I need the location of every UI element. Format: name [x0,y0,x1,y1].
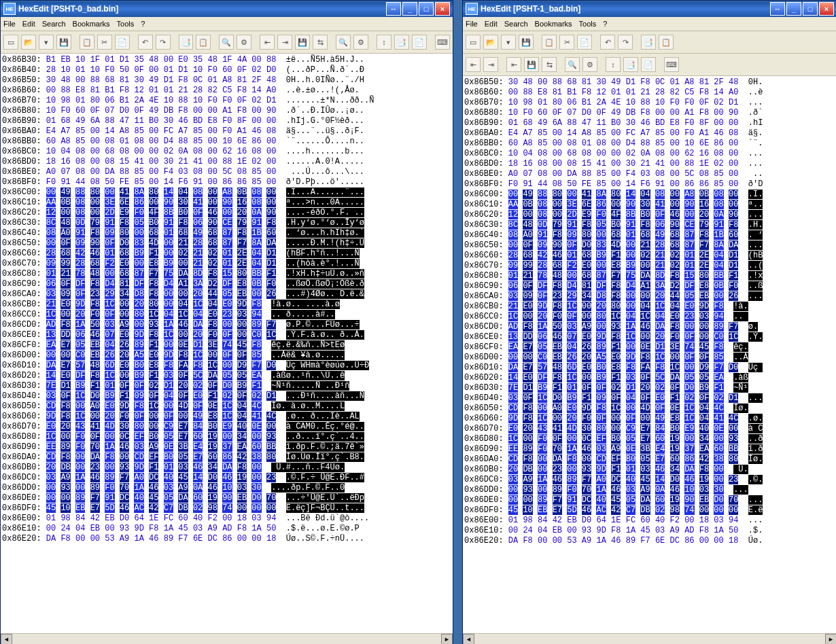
hex-byte[interactable]: 34 [670,465,680,474]
hex-byte[interactable]: EB [699,291,709,301]
hex-byte[interactable]: 20 [640,383,650,393]
hex-byte[interactable]: 01 [626,230,635,240]
hex-byte[interactable]: 38 [251,452,261,462]
hex-byte[interactable]: 00 [729,200,738,209]
hex-byte[interactable]: 00 [684,434,694,444]
hex-byte[interactable]: 89 [90,483,100,493]
hex-byte[interactable]: DB [178,503,188,513]
hex-byte[interactable]: 88 [640,98,650,107]
hex-byte[interactable]: 46 [178,320,188,329]
hex-byte[interactable]: C9 [164,422,173,431]
hex-byte[interactable]: 02 [149,381,158,391]
hex-byte[interactable]: 00 [640,291,650,301]
hex-byte[interactable]: 00 [222,320,232,329]
ascii[interactable]: ..(hòà.è°.!...Ñ [286,259,360,268]
hex-byte[interactable]: F8 [105,452,114,462]
hex-byte[interactable]: 04 [178,187,188,197]
hex-byte[interactable]: DA [90,452,100,462]
hex-byte[interactable]: 90 [266,208,276,217]
hex-byte[interactable]: 45 [178,524,188,533]
hex-byte[interactable]: 00 [699,322,709,332]
hex-view[interactable]: 0x86B30: B1 EB 10 1F 01 D1 35 48 00 E0 3… [1,54,453,633]
hex-byte[interactable]: 0B [237,187,247,197]
hex-byte[interactable]: C0 [75,351,85,360]
hex-byte[interactable]: D9 [699,363,709,372]
hex-byte[interactable]: B9 [567,393,576,403]
hex-byte[interactable]: 00 [178,289,188,299]
hex-byte[interactable]: 04 [567,342,576,352]
hex-byte[interactable]: D8 [596,291,606,301]
hex-byte[interactable]: E7 [640,424,650,433]
hex-byte[interactable]: A0 [596,475,606,484]
hex-byte[interactable]: 02 [670,261,680,270]
hex-byte[interactable]: 1C [105,371,114,380]
hex-byte[interactable]: F8 [266,218,276,228]
hex-byte[interactable]: DA [640,271,650,281]
hex-byte[interactable]: 85 [538,128,547,138]
hex-byte[interactable]: 0F [60,238,70,248]
hex-byte[interactable]: 20 [699,210,709,219]
hex-byte[interactable]: A8 [120,126,129,136]
hex-byte[interactable]: 0F [222,351,232,360]
hex-byte[interactable]: 46 [553,251,562,260]
hex-byte[interactable]: 01 [46,269,56,279]
hex-byte[interactable]: B0 [611,434,621,444]
hex-byte[interactable]: 89 [251,320,261,329]
hex-byte[interactable]: 30 [120,422,129,431]
hex-byte[interactable]: 86 [222,452,232,462]
hex-byte[interactable]: 1C [164,330,173,340]
hex-byte[interactable]: DB [626,108,635,118]
hex-byte[interactable]: E4 [193,442,203,452]
hex-byte[interactable]: 1C [729,332,738,342]
hex-byte[interactable]: AD [46,320,56,329]
hex-byte[interactable]: 20 [178,381,188,391]
hex-byte[interactable]: 0F [596,414,606,423]
hex-byte[interactable]: DF [222,279,232,289]
hex-byte[interactable]: 20 [655,291,665,301]
hex-byte[interactable]: 86 [134,198,143,207]
hex-byte[interactable]: 86 [222,177,232,187]
hex-byte[interactable]: 00 [149,65,158,75]
hex-byte[interactable]: 00 [714,108,723,118]
hex-byte[interactable]: 0B [714,281,723,291]
hex-byte[interactable]: 10 [75,55,85,65]
hex-byte[interactable]: 05 [178,452,188,462]
clipboard-icon[interactable]: 📑 [179,35,194,50]
hex-byte[interactable]: 00 [208,106,217,115]
hex-byte[interactable]: 1C [640,312,650,321]
hex-byte[interactable]: 00 [164,300,173,309]
hex-byte[interactable]: 80 [149,300,158,309]
hex-byte[interactable]: 00 [222,361,232,370]
hex-byte[interactable]: 00 [164,238,173,248]
hex-byte[interactable]: 08 [714,190,723,199]
ascii[interactable]: ... [748,149,763,158]
hex-byte[interactable]: 62 [222,147,232,156]
hex-byte[interactable]: 14 [626,190,635,199]
ascii[interactable]: ... [733,485,748,495]
hex-byte[interactable]: 08 [75,147,85,156]
hex-byte[interactable]: 20 [523,424,532,433]
hex-byte[interactable]: 9D [596,332,606,342]
hex-byte[interactable]: 41 [655,159,665,168]
hex-byte[interactable]: 50 [553,322,562,332]
hex-byte[interactable]: A9 [582,536,591,545]
hex-byte[interactable]: F0 [134,208,143,217]
hex-byte[interactable]: 00 [75,401,85,411]
hex-byte[interactable]: 08 [75,198,85,207]
hex-byte[interactable]: D1 [164,381,173,391]
hex-byte[interactable]: 05 [538,342,547,352]
hex-byte[interactable]: 88 [105,116,114,126]
hex-byte[interactable]: 00 [105,432,114,442]
hex-byte[interactable]: 04 [164,391,173,401]
hex-byte[interactable]: 9D [596,465,606,474]
hex-byte[interactable]: 02 [655,505,665,515]
hex-byte[interactable]: B0 [149,116,158,126]
hex-byte[interactable]: 37 [222,442,232,452]
hex-byte[interactable]: B9 [75,381,85,391]
hex-byte[interactable]: 02 [714,98,723,107]
hex-byte[interactable]: 90 [553,240,562,250]
hex-byte[interactable]: F2 [208,514,217,523]
hex-byte[interactable]: 20 [105,412,114,421]
hex-byte[interactable]: 83 [134,238,143,248]
hex-byte[interactable]: 93 [611,322,621,332]
